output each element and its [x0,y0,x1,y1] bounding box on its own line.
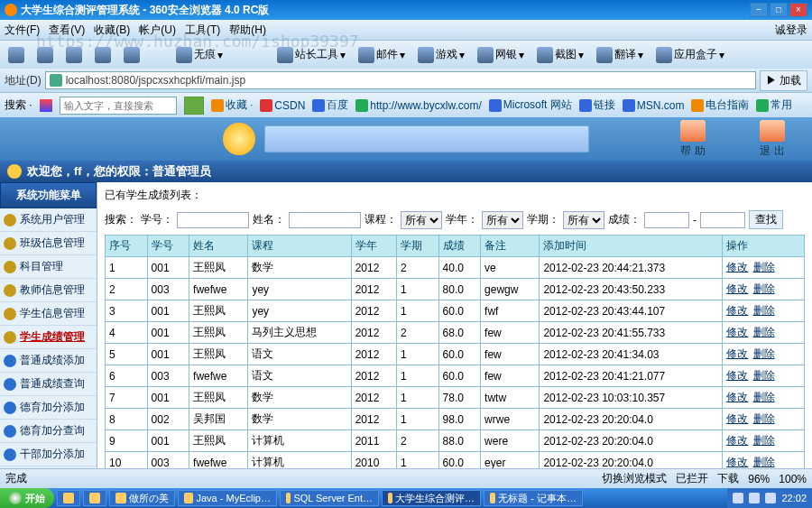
mail-button[interactable]: 邮件▾ [355,45,409,65]
app-header: 帮 助 退 出 [0,117,812,161]
delete-link[interactable]: 删除 [753,369,775,382]
bookmark-link[interactable]: CSDN [260,99,305,112]
edit-link[interactable]: 修改 [726,261,748,273]
taskbar-task[interactable]: SQL Server Ent… [280,490,379,506]
sidebar-item[interactable]: 德育加分查询 [0,420,97,443]
edit-link[interactable]: 修改 [726,412,748,425]
delete-link[interactable]: 删除 [753,261,775,273]
delete-link[interactable]: 删除 [753,347,775,360]
sidebar-item[interactable]: 系统用户管理 [0,208,97,232]
status-item[interactable]: 切换浏览模式 [602,471,667,486]
screenshot-button[interactable]: 截图▾ [533,45,587,65]
bookmark-link[interactable]: 百度 [312,97,348,113]
bookmark-link[interactable]: http://www.bycxlw.com/ [355,99,481,112]
search-input[interactable] [60,97,177,115]
menu-item[interactable]: 文件(F) [5,23,40,38]
menu-item[interactable]: 工具(T) [185,23,220,38]
system-tray[interactable]: 22:02 [727,488,812,508]
search-btn[interactable]: 查找 [749,210,783,229]
tray-icon[interactable] [749,493,760,503]
edit-link[interactable]: 修改 [726,347,748,360]
bookmark-link[interactable]: 收藏 · [211,97,254,113]
bookmark-link[interactable]: Microsoft 网站 [489,97,572,113]
sno-input[interactable] [177,212,249,228]
edit-link[interactable]: 修改 [726,456,748,468]
home-button[interactable] [120,45,143,65]
bookmark-link[interactable]: MSN.com [623,99,685,112]
forward-button[interactable] [33,45,57,65]
delete-link[interactable]: 删除 [753,412,775,425]
sidebar-item[interactable]: 学生信息管理 [0,302,97,326]
tray-icon[interactable] [765,493,776,503]
delete-link[interactable]: 删除 [753,456,775,468]
taskbar-task[interactable] [57,490,80,506]
translate-button[interactable]: 翻译▾ [593,45,647,65]
taskbar-task[interactable]: 大学生综合测评… [382,490,481,506]
sidebar-item[interactable]: 干部加分添加 [0,443,97,466]
close-button[interactable]: × [789,3,807,17]
menu-item[interactable]: 收藏(B) [94,23,130,38]
sidebar-item[interactable]: 普通成绩添加 [0,349,97,373]
ank-icon [4,331,16,344]
term-select[interactable]: 所有 [563,211,604,229]
col-header: 添加时间 [540,236,723,257]
taskbar-task[interactable] [83,490,106,506]
sidebar-item[interactable]: 教师信息管理 [0,279,97,302]
list-title: 已有学生成绩列表： [105,188,805,203]
status-item[interactable]: 100% [779,473,807,485]
back-button[interactable] [5,45,28,65]
year-select[interactable]: 所有 [482,211,523,229]
search-button[interactable] [184,97,204,115]
incognito-button[interactable]: 无痕▾ [172,45,226,65]
edit-link[interactable]: 修改 [726,282,748,295]
game-button[interactable]: 游戏▾ [414,45,468,65]
sidebar-item[interactable]: 普通成绩查询 [0,373,97,396]
status-item[interactable]: 已拦开 [676,471,708,486]
menu-item[interactable]: 查看(V) [49,23,85,38]
menu-item[interactable]: 帮助(H) [229,23,266,38]
ank-icon [4,261,16,273]
status-item[interactable]: 下载 [717,471,739,486]
exit-button[interactable]: 退 出 [760,120,785,159]
delete-link[interactable]: 删除 [753,391,775,403]
name-input[interactable] [289,212,361,228]
edit-link[interactable]: 修改 [726,304,748,317]
appbox-button[interactable]: 应用盒子▾ [652,45,728,65]
score-min-input[interactable] [644,212,689,228]
edit-link[interactable]: 修改 [726,326,748,338]
go-button[interactable]: ▶ 加载 [760,70,807,91]
sidebar-item[interactable]: 科目管理 [0,255,97,279]
bookmark-link[interactable]: 链接 [579,97,615,113]
score-max-input[interactable] [700,212,745,228]
edit-link[interactable]: 修改 [726,391,748,403]
minimize-button[interactable]: − [750,3,768,17]
delete-link[interactable]: 删除 [753,282,775,295]
bookmark-link[interactable]: 电台指南 [691,97,749,113]
delete-link[interactable]: 删除 [753,326,775,338]
stop-button[interactable] [62,45,86,65]
delete-link[interactable]: 删除 [753,304,775,317]
refresh-button[interactable] [91,45,115,65]
taskbar-task[interactable]: 无标题 - 记事本… [484,490,583,506]
sidebar-item[interactable]: 德育加分添加 [0,396,97,420]
sidebar-item[interactable]: 班级信息管理 [0,232,97,255]
table-row: 3001王熙凤yey2012160.0fwf2012-02-23 20:43:4… [106,300,805,322]
help-button[interactable]: 帮 助 [680,120,706,159]
edit-link[interactable]: 修改 [726,434,748,447]
login-link[interactable]: 诚登录 [775,23,807,38]
bookmark-link[interactable]: 常用 [756,97,792,113]
webmaster-button[interactable]: 站长工具▾ [273,45,349,65]
taskbar-task[interactable]: 做所の美 [109,490,175,506]
tray-icon[interactable] [733,493,743,503]
address-input[interactable]: localhost:8080/jspcxsxhcpkfi/main.jsp [45,71,756,89]
start-button[interactable]: 开始 [0,488,54,508]
sidebar-item[interactable]: 学生成绩管理 [0,326,97,349]
maximize-button[interactable]: □ [770,3,788,17]
bank-button[interactable]: 网银▾ [474,45,528,65]
edit-link[interactable]: 修改 [726,369,748,382]
taskbar-task[interactable]: Java - MyEclip… [178,490,277,506]
menu-item[interactable]: 帐户(U) [139,23,176,38]
status-item[interactable]: 96% [748,473,770,485]
course-select[interactable]: 所有 [401,211,442,229]
delete-link[interactable]: 删除 [753,434,775,447]
